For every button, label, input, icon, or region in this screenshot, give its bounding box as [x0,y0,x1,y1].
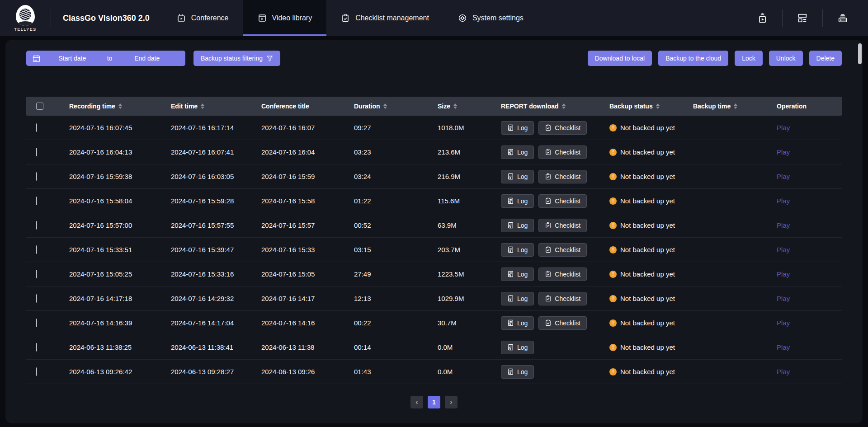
column-header-size[interactable]: Size [438,103,501,110]
checklist-button[interactable]: Checklist [538,194,587,208]
recording-time-cell: 2024-06-13 09:26:42 [69,368,171,375]
checklist-button[interactable]: Checklist [538,170,587,183]
sort-icon[interactable] [118,103,122,109]
lock-button[interactable]: Lock [735,51,763,66]
unlock-button[interactable]: Unlock [769,51,803,66]
play-link[interactable]: Play [777,197,790,205]
recorder-device-icon[interactable] [829,12,856,24]
play-link[interactable]: Play [777,368,790,375]
row-checkbox[interactable] [36,197,37,205]
tab-label: Conference [191,14,229,22]
column-header-report-download[interactable]: REPORT download [501,103,609,110]
play-link[interactable]: Play [777,319,790,327]
backup-status-label: Not backed up yet [620,319,675,327]
end-date-input[interactable]: End date [115,55,179,62]
live-cast-icon[interactable] [749,12,776,24]
warning-icon: ! [609,344,617,351]
log-button[interactable]: Log [501,121,534,135]
row-checkbox[interactable] [36,221,37,230]
layout-dashboard-icon[interactable] [789,12,816,24]
start-date-input[interactable]: Start date [40,55,104,62]
log-button[interactable]: Log [501,316,534,330]
row-checkbox[interactable] [36,270,37,278]
select-all-checkbox[interactable] [36,103,43,110]
operation-cell: Play [777,246,842,253]
backup-status-filter-button[interactable]: Backup status filtering [193,51,280,66]
checklist-small-icon [545,149,552,155]
row-checkbox[interactable] [36,123,37,132]
tab-checklist-management[interactable]: Checklist management [326,0,443,36]
play-link[interactable]: Play [777,221,790,229]
report-download-cell: LogChecklist [501,194,609,208]
sort-icon[interactable] [562,103,566,109]
operation-cell: Play [777,221,842,229]
checklist-button[interactable]: Checklist [538,267,587,281]
log-button[interactable]: Log [501,194,534,208]
sort-icon[interactable] [201,103,204,109]
download-to-local-button[interactable]: Download to local [588,51,652,66]
report-download-cell: LogChecklist [501,267,609,281]
column-header-backup-time[interactable]: Backup time [693,103,777,110]
row-checkbox[interactable] [36,294,37,303]
row-checkbox[interactable] [36,367,37,376]
tab-system-settings[interactable]: System settings [443,0,538,36]
log-button[interactable]: Log [501,267,534,281]
checklist-button[interactable]: Checklist [538,243,587,257]
scrollbar-thumb[interactable] [858,43,862,64]
button-label: Log [517,124,528,131]
play-link[interactable]: Play [777,124,790,131]
sort-icon[interactable] [453,103,457,109]
recording-time-cell: 2024-07-16 16:04:13 [69,148,171,156]
log-button[interactable]: Log [501,219,534,232]
row-checkbox[interactable] [36,148,37,156]
operation-cell: Play [777,295,842,302]
checklist-button[interactable]: Checklist [538,292,587,305]
play-link[interactable]: Play [777,343,790,351]
duration-cell: 01:22 [354,197,438,205]
checklist-button[interactable]: Checklist [538,219,587,232]
checklist-button[interactable]: Checklist [538,121,587,135]
row-checkbox[interactable] [36,245,37,254]
checklist-button[interactable]: Checklist [538,145,587,159]
sort-icon[interactable] [656,103,660,109]
backup-status-label: Not backed up yet [620,270,675,278]
recording-time-cell: 2024-07-16 14:16:39 [69,319,171,327]
log-button[interactable]: Log [501,341,534,354]
row-checkbox[interactable] [36,172,37,181]
next-page-button[interactable]: › [445,396,458,408]
column-header-backup-status[interactable]: Backup status [609,103,693,110]
table-row: 2024-07-16 15:58:042024-07-16 15:59:2820… [26,189,842,213]
report-download-cell: LogChecklist [501,316,609,330]
row-checkbox[interactable] [36,343,37,352]
backup-to-cloud-button[interactable]: Backup to the cloud [658,51,728,66]
row-checkbox[interactable] [36,319,37,327]
prev-page-button[interactable]: ‹ [410,396,423,408]
log-button[interactable]: Log [501,243,534,257]
log-button[interactable]: Log [501,170,534,183]
log-button[interactable]: Log [501,145,534,159]
size-cell: 1018.0M [438,124,501,131]
play-link[interactable]: Play [777,270,790,278]
sort-icon[interactable] [383,103,387,109]
play-link[interactable]: Play [777,295,790,302]
column-header-recording-time[interactable]: Recording time [69,103,171,110]
column-header-edit-time[interactable]: Edit time [171,103,261,110]
checkbox-cell [26,343,69,351]
log-icon [507,173,514,180]
checklist-button[interactable]: Checklist [538,316,587,330]
play-link[interactable]: Play [777,173,790,180]
date-range-picker[interactable]: Start date to End date [26,51,185,66]
log-button[interactable]: Log [501,292,534,305]
tab-video-library[interactable]: Video library [243,0,327,36]
play-link[interactable]: Play [777,246,790,253]
column-header-duration[interactable]: Duration [354,103,438,110]
tab-conference[interactable]: Conference [162,0,243,36]
log-button[interactable]: Log [501,365,534,379]
log-icon [507,124,514,131]
size-cell: 0.0M [438,343,501,351]
sort-icon[interactable] [734,103,737,109]
delete-button[interactable]: Delete [809,51,842,66]
checkbox-cell [26,124,69,131]
page-number-button[interactable]: 1 [428,396,440,408]
play-link[interactable]: Play [777,148,790,156]
